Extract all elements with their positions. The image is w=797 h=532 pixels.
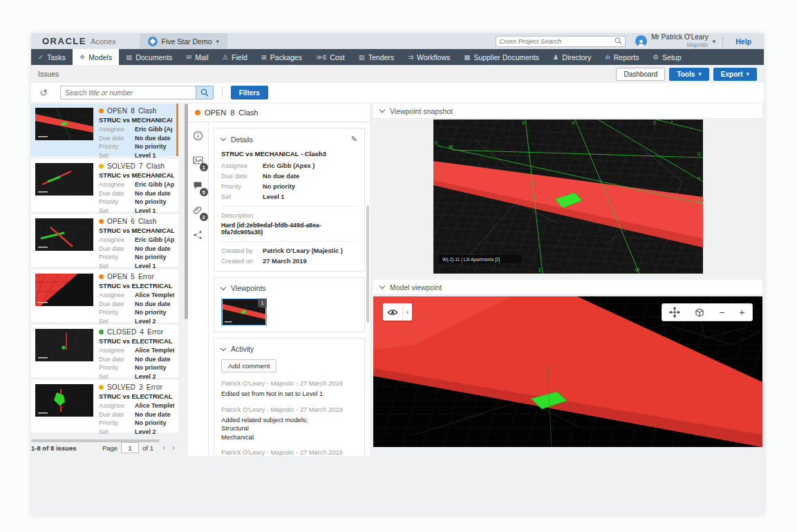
zoom-out-icon[interactable]: − [719, 307, 724, 317]
models-cube-icon: ❖ [79, 53, 86, 61]
set-value: Level 1 [263, 193, 357, 200]
images-icon[interactable]: 1 [193, 155, 204, 167]
packages-icon: ⊞ [261, 53, 267, 61]
add-comment-button[interactable]: Add comment [221, 359, 276, 372]
issue-thumbnail [35, 108, 93, 140]
tab-documents[interactable]: ▤Documents [119, 49, 179, 65]
cross-project-search-input[interactable] [499, 37, 615, 45]
details-section-title: Details [231, 135, 253, 144]
tab-reports[interactable]: ılıReports [598, 49, 646, 65]
status-dot [195, 110, 200, 115]
chevron-down-icon[interactable] [379, 107, 385, 113]
svg-text:Y: Y [697, 176, 701, 181]
chevron-down-icon: ▾ [746, 70, 749, 77]
project-selector[interactable]: Five Star Demo ▾ [140, 33, 227, 49]
tab-tasks[interactable]: ✓Tasks [31, 49, 73, 65]
tasks-check-icon: ✓ [38, 53, 44, 61]
issue-thumbnail [35, 329, 93, 361]
viewpoint-snapshot-header: Viewpoint snapshot [373, 104, 762, 119]
next-page-icon[interactable]: › [169, 443, 178, 453]
viewpoints-section-title: Viewpoints [231, 284, 266, 292]
oracle-wordmark: ORACLE [42, 36, 86, 46]
issue-card-error-clash2[interactable]: SOLVED3Error STRUC vs ELECTRICAL - Clash… [31, 380, 178, 433]
refresh-icon[interactable]: ↺ [39, 88, 48, 97]
project-name: Five Star Demo [162, 37, 212, 46]
divider [222, 86, 223, 99]
comments-icon[interactable]: 5 [193, 180, 204, 191]
viewpoint-snapshot-image: V U Z T C W U Y C Z W W(-2)-11 | L3I [433, 120, 703, 274]
pan-move-icon[interactable] [669, 307, 680, 318]
model-viewpoint-header: Model viewpoint [373, 280, 762, 295]
eye-visibility-button[interactable] [383, 303, 402, 321]
svg-text:Z: Z [538, 267, 541, 272]
issue-list-panel: OPEN8Clash STRUC vs MECHANICAL - Clash3 … [31, 104, 188, 456]
search-button[interactable] [196, 86, 214, 99]
visibility-control-group: › [383, 303, 412, 321]
svg-text:U: U [697, 151, 701, 156]
comments-count-badge: 5 [200, 188, 208, 196]
user-org: Majestic [651, 42, 708, 48]
user-menu[interactable]: Mr Patrick O'Leary Majestic ▾ [635, 34, 715, 48]
detail-scrollbar[interactable] [366, 205, 369, 323]
export-button[interactable]: Export▾ [713, 68, 757, 81]
info-icon[interactable] [193, 131, 204, 142]
viewpoint-snapshot-body: V U Z T C W U Y C Z W W(-2)-11 | L3I [373, 119, 762, 274]
page-input[interactable] [121, 442, 139, 453]
issue-card-clash2[interactable]: SOLVED7Clash STRUC vs MECHANICAL - Clash… [31, 159, 178, 211]
chevron-down-icon[interactable] [221, 345, 226, 350]
zoom-in-icon[interactable]: + [739, 307, 744, 317]
tab-workflows[interactable]: ⇉Workflows [401, 49, 457, 65]
related-models-icon[interactable] [193, 230, 204, 241]
search-icon[interactable] [615, 37, 622, 45]
tools-button[interactable]: Tools▾ [669, 68, 709, 81]
issue-card-clash3[interactable]: OPEN8Clash STRUC vs MECHANICAL - Clash3 … [31, 104, 178, 156]
chevron-down-icon: ▾ [216, 38, 220, 45]
viewpoint-thumbnail[interactable]: 1 [221, 298, 267, 325]
tab-tenders[interactable]: ▥Tenders [352, 49, 401, 65]
tab-cost[interactable]: ≫$Cost [309, 49, 352, 65]
chevron-down-icon[interactable] [379, 283, 385, 289]
snapshot-location-label: W(-2)-11 | L3I Apartments [2] [442, 257, 500, 263]
user-avatar-icon [635, 35, 647, 47]
svg-text:C: C [697, 198, 701, 203]
issue-search-input[interactable] [60, 86, 196, 99]
svg-text:U: U [572, 120, 575, 125]
tab-field[interactable]: ⚠Field [216, 49, 254, 65]
created-by-value: Patrick O'Leary (Majestic ) [263, 247, 357, 254]
prev-page-icon[interactable]: ‹ [159, 443, 169, 453]
edit-pencil-icon[interactable]: ✎ [351, 135, 357, 144]
tab-directory[interactable]: ♟Directory [546, 49, 599, 65]
detail-icon-rail: 1 5 2 [188, 122, 209, 456]
cube-3d-icon[interactable] [695, 307, 704, 318]
issue-card-error-clash3[interactable]: CLOSED4Error STRUC vs ELECTRICAL - Clash… [31, 325, 178, 377]
tab-supplier-documents[interactable]: ▦Supplier Documents [457, 49, 546, 65]
issue-title: STRUC vs MECHANICAL - Clash3 [221, 150, 357, 158]
chevron-down-icon[interactable] [221, 284, 226, 289]
setup-gear-icon: ⚙ [653, 53, 659, 61]
top-header-bar: ORACLE Aconex Five Star Demo ▾ M [31, 33, 764, 49]
attachments-icon[interactable]: 2 [193, 205, 204, 216]
issue-card-clash1[interactable]: OPEN6Clash STRUC vs MECHANICAL - Clash1 … [31, 214, 178, 267]
model-viewpoint-canvas[interactable]: › [373, 296, 762, 447]
issue-card-clash4[interactable]: OPEN5Error STRUC vs ELECTRICAL - Clash4 … [31, 269, 178, 322]
filters-button[interactable]: Filters [231, 86, 268, 99]
chevron-down-icon[interactable] [221, 135, 226, 141]
divider [722, 36, 723, 47]
svg-text:W: W [449, 144, 453, 149]
expand-panel-button[interactable]: › [402, 303, 412, 321]
help-link[interactable]: Help [735, 37, 751, 46]
field-warning-icon: ⚠ [223, 53, 229, 61]
attachments-count-badge: 2 [200, 213, 208, 221]
dashboard-button[interactable]: Dashboard [616, 68, 665, 81]
tab-setup[interactable]: ⚙Setup [646, 49, 688, 65]
tab-mail[interactable]: ✉Mail [179, 49, 215, 65]
page-title: Issues [38, 70, 59, 78]
description-label: Description [221, 212, 357, 219]
model-viewpoint-title: Model viewpoint [390, 283, 442, 292]
description-value: Hard (id:2eb9edaf-bfdb-449d-a8ea-0fa7dc9… [221, 222, 357, 236]
activity-entry: Patrick O'Leary - Majestic - 27 March 20… [221, 380, 357, 399]
tab-packages[interactable]: ⊞Packages [254, 49, 309, 65]
mail-icon: ✉ [186, 53, 191, 61]
search-icon [200, 88, 209, 97]
tab-models[interactable]: ❖Models [73, 49, 119, 65]
